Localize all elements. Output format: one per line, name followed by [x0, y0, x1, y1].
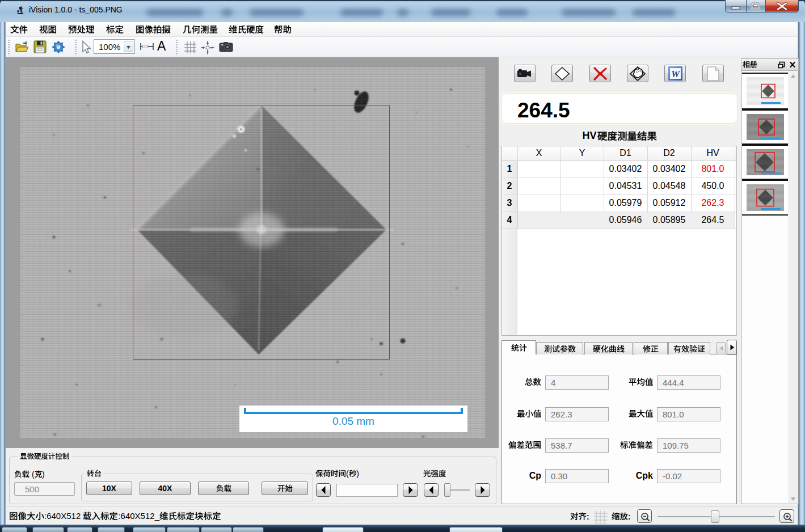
- svg-text:W: W: [671, 69, 680, 79]
